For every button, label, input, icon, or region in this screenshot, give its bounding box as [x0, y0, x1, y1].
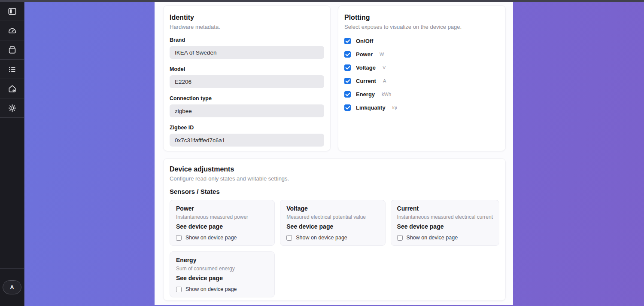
- see-device-page-link[interactable]: See device page: [286, 223, 333, 230]
- show-on-device-page-row[interactable]: Show on device page: [397, 235, 493, 241]
- sensor-description: Sum of consumed energy: [176, 266, 268, 272]
- identity-card: Identity Hardware metadata. Brand Model: [163, 5, 331, 151]
- sensors-states-heading: Sensors / States: [170, 188, 499, 196]
- plotting-checkbox[interactable]: [344, 91, 351, 98]
- plotting-option-label[interactable]: Voltage: [356, 64, 376, 71]
- identity-field: Model: [170, 66, 324, 88]
- settings-gear-icon: [7, 103, 17, 113]
- plotting-option-label[interactable]: Energy: [356, 91, 375, 98]
- home-settings-icon: [7, 84, 17, 94]
- field-input[interactable]: [170, 46, 324, 59]
- show-on-device-page-label[interactable]: Show on device page: [185, 235, 237, 241]
- plotting-option-label[interactable]: Power: [356, 51, 373, 58]
- sidebar-item-home-settings[interactable]: [0, 79, 24, 98]
- plotting-option-label[interactable]: On/Off: [356, 38, 373, 44]
- field-input[interactable]: [170, 75, 324, 88]
- field-input[interactable]: [170, 134, 324, 147]
- plotting-option-unit: A: [383, 78, 386, 83]
- plotting-option-row[interactable]: Voltage V: [344, 64, 499, 71]
- plotting-subtitle: Select exposes to visualize on the devic…: [344, 24, 499, 31]
- sensor-card: Power Instantaneous measured power See d…: [170, 200, 275, 246]
- plotting-checkbox[interactable]: [344, 78, 351, 84]
- plotting-checkbox[interactable]: [344, 38, 351, 44]
- show-on-device-page-row[interactable]: Show on device page: [176, 235, 268, 241]
- field-label: Zigbee ID: [170, 125, 324, 131]
- see-device-page-link[interactable]: See device page: [176, 223, 223, 230]
- show-on-device-page-checkbox[interactable]: [176, 235, 182, 241]
- list-icon: [7, 64, 17, 74]
- avatar[interactable]: A: [3, 280, 21, 294]
- plotting-option-unit: lqi: [392, 105, 397, 110]
- identity-field: Brand: [170, 37, 324, 59]
- show-on-device-page-checkbox[interactable]: [397, 235, 403, 241]
- identity-field: Zigbee ID: [170, 125, 324, 147]
- devices-icon: [7, 45, 17, 55]
- plotting-checkbox[interactable]: [344, 64, 351, 71]
- plotting-option-label[interactable]: Current: [356, 78, 376, 84]
- device-adjustments-subtitle: Configure read-only states and writable …: [170, 175, 499, 182]
- field-label: Model: [170, 66, 324, 73]
- sensor-card: Current Instantaneous measured electrica…: [391, 200, 499, 246]
- field-label: Connection type: [170, 95, 324, 102]
- identity-title: Identity: [170, 13, 324, 21]
- identity-field: Connection type: [170, 95, 324, 117]
- sensor-description: Measured electrical potential value: [286, 214, 379, 220]
- sensor-grid: Power Instantaneous measured power See d…: [170, 200, 499, 297]
- sidebar-footer: A: [0, 269, 24, 306]
- sidebar-item-settings[interactable]: [0, 98, 24, 118]
- plotting-options: On/Off Power W Voltage V: [344, 37, 499, 111]
- plotting-title: Plotting: [344, 13, 499, 21]
- identity-subtitle: Hardware metadata.: [170, 24, 324, 31]
- show-on-device-page-checkbox[interactable]: [176, 287, 182, 292]
- identity-fields: Brand Model Connection type: [170, 37, 324, 147]
- sensor-name: Power: [176, 205, 268, 212]
- plotting-card: Plotting Select exposes to visualize on …: [338, 5, 506, 151]
- layout-sidebar-icon: [7, 6, 17, 16]
- plotting-option-row[interactable]: On/Off: [344, 37, 499, 45]
- sidebar-item-devices[interactable]: [0, 40, 24, 60]
- sidebar: A: [0, 0, 24, 306]
- sidebar-item-list[interactable]: [0, 60, 24, 79]
- main-content: Identity Hardware metadata. Brand Model: [155, 0, 513, 305]
- show-on-device-page-row[interactable]: Show on device page: [176, 286, 268, 292]
- device-adjustments-card: Device adjustments Configure read-only s…: [163, 158, 506, 301]
- sensor-name: Energy: [176, 257, 268, 263]
- plotting-option-unit: W: [380, 52, 384, 57]
- field-label: Brand: [170, 37, 324, 43]
- sensor-card: Energy Sum of consumed energy See device…: [170, 251, 275, 297]
- dashboard-gauge-icon: [7, 26, 17, 36]
- plotting-option-unit: V: [383, 65, 386, 70]
- show-on-device-page-label[interactable]: Show on device page: [185, 286, 237, 292]
- plotting-option-unit: kWh: [382, 92, 391, 97]
- sensor-description: Instantaneous measured power: [176, 214, 268, 220]
- see-device-page-link[interactable]: See device page: [397, 223, 444, 230]
- show-on-device-page-checkbox[interactable]: [286, 235, 292, 241]
- window-top-edge: [0, 0, 644, 2]
- sensor-name: Voltage: [286, 205, 379, 212]
- plotting-option-label[interactable]: Linkquality: [356, 104, 386, 111]
- sensor-card: Voltage Measured electrical potential va…: [280, 200, 385, 246]
- show-on-device-page-label[interactable]: Show on device page: [407, 235, 458, 241]
- plotting-checkbox[interactable]: [344, 51, 351, 58]
- sensor-name: Current: [397, 205, 493, 212]
- field-input[interactable]: [170, 104, 324, 117]
- sensor-description: Instantaneous measured electrical curren…: [397, 214, 493, 220]
- sidebar-item-dashboard[interactable]: [0, 21, 24, 40]
- plotting-option-row[interactable]: Linkquality lqi: [344, 104, 499, 111]
- device-adjustments-title: Device adjustments: [170, 165, 499, 173]
- sidebar-spacer: [0, 118, 24, 269]
- sidebar-item-toggle[interactable]: [0, 2, 24, 21]
- plotting-checkbox[interactable]: [344, 104, 351, 111]
- see-device-page-link[interactable]: See device page: [176, 275, 223, 282]
- plotting-option-row[interactable]: Energy kWh: [344, 90, 499, 98]
- show-on-device-page-row[interactable]: Show on device page: [286, 235, 379, 241]
- plotting-option-row[interactable]: Power W: [344, 50, 499, 58]
- show-on-device-page-label[interactable]: Show on device page: [296, 235, 347, 241]
- plotting-option-row[interactable]: Current A: [344, 77, 499, 85]
